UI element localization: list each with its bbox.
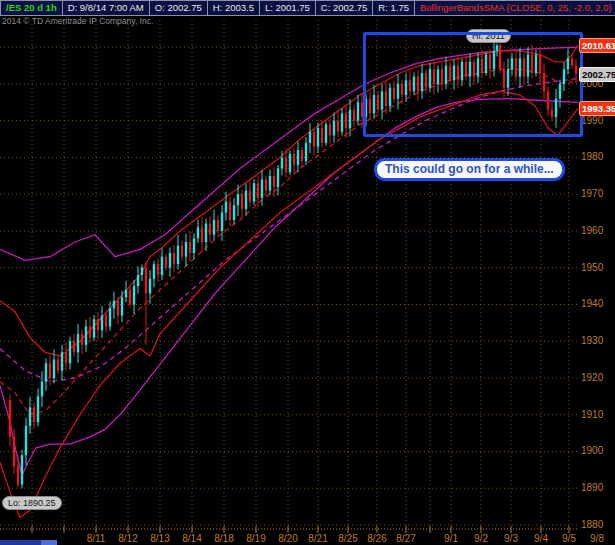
y-axis-label: 1940 <box>581 298 603 309</box>
chart-header: /ES 20 d 1h D: 9/8/14 7:00 AM O: 2002.75… <box>0 0 615 16</box>
x-axis-label: 8/12 <box>118 533 137 544</box>
price-tag-upper-band: 2010.61 <box>579 38 615 53</box>
y-axis-label: 1930 <box>581 335 603 346</box>
thinkorswim-chart-window: /ES 20 d 1h D: 9/8/14 7:00 AM O: 2002.75… <box>0 0 615 545</box>
close-field: C: 2002.75 <box>316 0 373 16</box>
y-axis-label: 1950 <box>581 262 603 273</box>
x-axis-label: 8/18 <box>214 533 233 544</box>
x-axis-label: 8/20 <box>278 533 297 544</box>
x-axis-label: 9/4 <box>534 533 548 544</box>
x-axis-label: 9/3 <box>504 533 518 544</box>
x-axis-label: 8/11 <box>87 533 106 544</box>
x-axis-label: 8/25 <box>338 533 357 544</box>
y-axis-label: 1900 <box>581 445 603 456</box>
price-tag-last: 2002.75 <box>579 67 615 82</box>
x-axis-label: 8/13 <box>150 533 169 544</box>
x-axis-label: 8/14 <box>182 533 201 544</box>
price-tag-lower-band: 1993.35 <box>579 101 615 116</box>
taskbar-strip <box>0 540 57 545</box>
x-axis-label: 9/2 <box>474 533 488 544</box>
annotation-note[interactable]: This could go on for a while... <box>374 158 565 181</box>
x-axis-label: 9/1 <box>444 533 458 544</box>
x-axis-label: 8/19 <box>246 533 265 544</box>
symbol-timeframe-label[interactable]: /ES 20 d 1h <box>0 0 63 16</box>
y-axis-label: 1960 <box>581 225 603 236</box>
y-axis-label: 1970 <box>581 188 603 199</box>
y-axis-label: 1920 <box>581 372 603 383</box>
y-axis-label: 1880 <box>581 519 603 530</box>
y-axis-label: 1990 <box>581 115 603 126</box>
high-field: H: 2003.5 <box>208 0 260 16</box>
copyright-notice: 2014 © TD Ameritrade IP Company, Inc. <box>2 16 153 26</box>
date-field: D: 9/8/14 7:00 AM <box>63 0 150 16</box>
low-field: L: 2001.75 <box>260 0 316 16</box>
x-axis-label: 9/8 <box>590 533 604 544</box>
low-price-bubble: Lo: 1890.25 <box>2 496 62 510</box>
y-axis-label: 1980 <box>581 151 603 162</box>
x-axis-label: 9/5 <box>562 533 576 544</box>
x-axis-label: 8/21 <box>308 533 327 544</box>
highlight-rectangle-drawing[interactable] <box>363 32 583 137</box>
x-axis-label: 8/27 <box>396 533 415 544</box>
open-field: O: 2002.75 <box>150 0 208 16</box>
study-label-bollinger[interactable]: BollingerBandsSMA (CLOSE, 0, 25, -2.0, 2… <box>415 0 615 16</box>
y-axis-label: 1890 <box>581 482 603 493</box>
y-axis-label: 1910 <box>581 409 603 420</box>
range-field: R: 1.75 <box>373 0 415 16</box>
x-axis-label: 8/26 <box>367 533 386 544</box>
